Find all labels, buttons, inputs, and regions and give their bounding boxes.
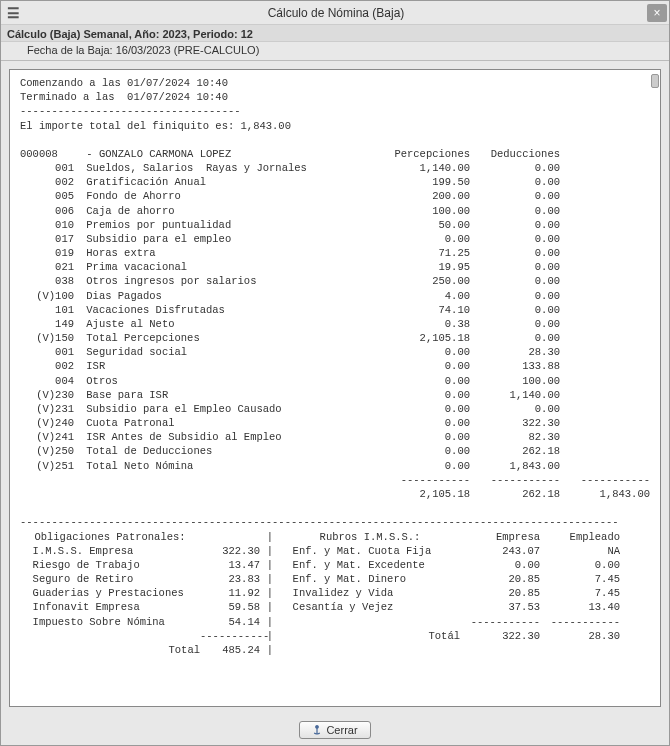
rubros-total-empresa: 322.30 <box>460 629 540 643</box>
sum-ded: 262.18 <box>470 487 560 501</box>
window-title: Cálculo de Nómina (Baja) <box>25 6 647 20</box>
oblig-row: Seguro de Retiro23.83| Enf. y Mat. Diner… <box>20 572 650 586</box>
report-line: 001 Sueldos, Salarios Rayas y Jornales1,… <box>20 161 650 175</box>
report-line: (V)251 Total Neto Nómina0.001,843.00 <box>20 459 650 473</box>
oblig-total: 485.24 <box>200 643 260 657</box>
rubros-total-empleado: 28.30 <box>540 629 620 643</box>
report-line: 002 Gratificación Anual199.500.00 <box>20 175 650 189</box>
oblig-row: I.M.S.S. Empresa322.30| Enf. y Mat. Cuot… <box>20 544 650 558</box>
report-line: 038 Otros ingresos por salarios250.000.0… <box>20 274 650 288</box>
col-percepciones: Percepciones <box>380 147 470 161</box>
report-line: 004 Otros0.00100.00 <box>20 374 650 388</box>
employee-name: - GONZALO CARMONA LOPEZ <box>80 147 380 161</box>
report-output: Comenzando a las 01/07/2024 10:40Termina… <box>9 69 661 707</box>
report-line: 002 ISR0.00133.88 <box>20 359 650 373</box>
report-line: 006 Caja de ahorro100.000.00 <box>20 204 650 218</box>
calc-header: Cálculo (Baja) Semanal, Año: 2023, Perio… <box>1 25 669 42</box>
oblig-row: Riesgo de Trabajo13.47| Enf. y Mat. Exce… <box>20 558 650 572</box>
col-empleado: Empleado <box>540 530 620 544</box>
report-line: (V)100 Dias Pagados4.000.00 <box>20 289 650 303</box>
report-line: (V)250 Total de Deducciones0.00262.18 <box>20 444 650 458</box>
close-button-label: Cerrar <box>326 724 357 736</box>
titlebar: ☰ Cálculo de Nómina (Baja) × <box>1 1 669 25</box>
oblig-title: Obligaciones Patronales: <box>20 530 200 544</box>
payroll-window: ☰ Cálculo de Nómina (Baja) × Cálculo (Ba… <box>0 0 670 746</box>
footer: Cerrar <box>1 715 669 745</box>
sum-net: 1,843.00 <box>560 487 650 501</box>
report-line: 010 Premios por puntualidad50.000.00 <box>20 218 650 232</box>
baja-date: Fecha de la Baja: 16/03/2023 (PRE-CALCUL… <box>1 42 669 61</box>
oblig-row: Impuesto Sobre Nómina54.14|-------------… <box>20 615 650 629</box>
col-deducciones: Deducciones <box>470 147 560 161</box>
report-line: (V)230 Base para ISR0.001,140.00 <box>20 388 650 402</box>
report-line: (V)231 Subsidio para el Empleo Causado0.… <box>20 402 650 416</box>
report-line: 101 Vacaciones Disfrutadas74.100.00 <box>20 303 650 317</box>
report-line: 149 Ajuste al Neto0.380.00 <box>20 317 650 331</box>
report-line: (V)150 Total Percepciones2,105.180.00 <box>20 331 650 345</box>
report-line: 005 Fondo de Ahorro200.000.00 <box>20 189 650 203</box>
close-button[interactable]: Cerrar <box>299 721 370 739</box>
sum-perc: 2,105.18 <box>380 487 470 501</box>
report-line: 001 Seguridad social0.0028.30 <box>20 345 650 359</box>
close-icon[interactable]: × <box>647 4 667 22</box>
content-area: Comenzando a las 01/07/2024 10:40Termina… <box>1 61 669 715</box>
employee-id: 000008 <box>20 147 80 161</box>
report-line: 019 Horas extra71.250.00 <box>20 246 650 260</box>
rubros-title: Rubros I.M.S.S.: <box>280 530 460 544</box>
oblig-row: Infonavit Empresa59.58| Cesantía y Vejez… <box>20 600 650 614</box>
menu-icon[interactable]: ☰ <box>1 5 25 21</box>
report-line: (V)241 ISR Antes de Subsidio al Empleo0.… <box>20 430 650 444</box>
scrollbar-thumb[interactable] <box>651 74 659 88</box>
anchor-icon <box>312 725 322 735</box>
col-empresa: Empresa <box>460 530 540 544</box>
oblig-row: Guaderias y Prestaciones11.92| Invalidez… <box>20 586 650 600</box>
report-line: 017 Subsidio para el empleo0.000.00 <box>20 232 650 246</box>
report-line: (V)240 Cuota Patronal0.00322.30 <box>20 416 650 430</box>
report-line: 021 Prima vacacional19.950.00 <box>20 260 650 274</box>
